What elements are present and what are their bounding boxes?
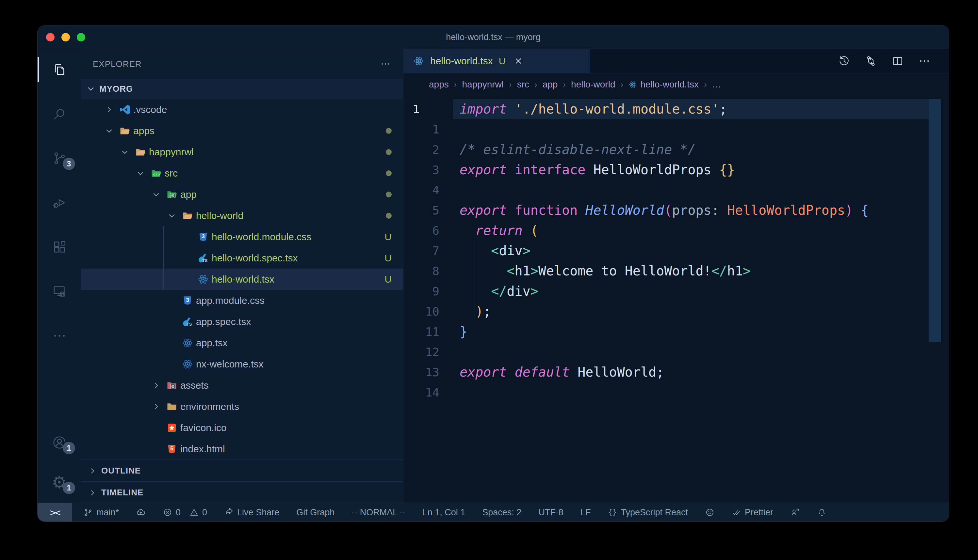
remote-indicator[interactable]: >< xyxy=(38,503,72,522)
status-indentation[interactable]: Spaces: 2 xyxy=(482,507,522,518)
status-git-branch[interactable]: main* xyxy=(83,507,119,518)
tree-item-app-tsx[interactable]: app.tsx xyxy=(81,332,403,353)
timeline-label: TIMELINE xyxy=(101,488,144,498)
status-label: main* xyxy=(96,507,119,518)
error-icon xyxy=(163,507,172,517)
editor-scrollbar[interactable] xyxy=(929,99,941,342)
vscode-file-icon xyxy=(119,104,133,115)
activity-more-views-button[interactable] xyxy=(38,320,81,352)
tab-hello-world-tsx[interactable]: hello-world.tsx U xyxy=(403,49,590,73)
tree-item-src[interactable]: </>src xyxy=(81,163,403,184)
activity-extensions-button[interactable] xyxy=(38,232,81,263)
code-line-1[interactable]: 1import './hello-world.module.css'; xyxy=(403,99,949,119)
breadcrumb-src[interactable]: src xyxy=(517,79,529,90)
tree-item-happynrwl[interactable]: happynrwl xyxy=(81,141,403,163)
tree-item-app-module-css[interactable]: 3app.module.css xyxy=(81,290,403,311)
tree-item-hello-world[interactable]: hello-world xyxy=(81,205,403,226)
explorer-more-actions-icon[interactable] xyxy=(380,58,391,70)
code-line-10[interactable]: 9 </div> xyxy=(403,281,949,301)
workspace-section-header[interactable]: MYORG xyxy=(81,78,403,99)
activity-accounts-button[interactable]: 1 xyxy=(38,427,81,458)
live-share-icon xyxy=(224,507,234,517)
tree-item-hello-world-tsx[interactable]: hello-world.tsxU xyxy=(81,268,403,290)
status-live-share[interactable]: Live Share xyxy=(224,507,279,518)
tree-item-label: apps xyxy=(133,125,154,137)
tree-item-nx-welcome-tsx[interactable]: nx-welcome.tsx xyxy=(81,353,403,375)
status-cursor-position[interactable]: Ln 1, Col 1 xyxy=(423,507,465,518)
status-language-mode[interactable]: TypeScript React xyxy=(608,507,688,518)
status-label: TypeScript React xyxy=(621,507,688,518)
code-line-8[interactable]: 7 <div> xyxy=(403,240,949,261)
split-editor-button[interactable] xyxy=(891,55,904,67)
code-line-15[interactable]: 14 xyxy=(403,382,949,402)
code-line-12[interactable]: 11} xyxy=(403,322,949,342)
more-icon xyxy=(918,55,931,67)
timeline-section-header[interactable]: TIMELINE xyxy=(81,482,403,503)
activity-search-button[interactable] xyxy=(38,98,81,130)
code-line-9[interactable]: 8 <h1>Welcome to HelloWorld!</h1> xyxy=(403,261,949,281)
tree-item-hello-world-spec-tsx[interactable]: TShello-world.spec.tsxU xyxy=(81,247,403,268)
activity-remote-explorer-button[interactable] xyxy=(38,276,81,307)
tree-item-favicon-ico[interactable]: favicon.ico xyxy=(81,417,403,438)
line-number: 8 xyxy=(403,264,453,278)
chevron-down-icon xyxy=(167,211,182,220)
git-modified-dot xyxy=(386,170,392,176)
tree-item-app[interactable]: ⚙app xyxy=(81,184,403,205)
breadcrumbs: apps›happynrwl›src›app›hello-world›hello… xyxy=(403,73,949,96)
tree-item-index-html[interactable]: 5index.html xyxy=(81,438,403,460)
code-line-3[interactable]: 2/* eslint-disable-next-line */ xyxy=(403,139,949,160)
code-line-2[interactable]: 1 xyxy=(403,119,949,139)
history-icon xyxy=(838,55,850,67)
timeline-history-button[interactable] xyxy=(838,55,850,67)
tree-item-app-spec-tsx[interactable]: TSapp.spec.tsx xyxy=(81,311,403,332)
breadcrumb-happynrwl[interactable]: happynrwl xyxy=(462,79,504,90)
activity-run-debug-button[interactable] xyxy=(38,187,81,218)
activity-explorer-button[interactable] xyxy=(38,54,81,85)
breadcrumb-separator: › xyxy=(563,80,566,90)
close-tab-icon[interactable] xyxy=(513,56,523,66)
status-label: 0 xyxy=(176,507,181,518)
git-modified-dot xyxy=(386,192,392,197)
outline-section-header[interactable]: OUTLINE xyxy=(81,460,403,482)
code-editor[interactable]: 1import './hello-world.module.css';12/* … xyxy=(403,96,949,503)
tree-item--vscode[interactable]: .vscode xyxy=(81,99,403,120)
tree-item-environments[interactable]: environments xyxy=(81,396,403,417)
tree-item-apps[interactable]: apps xyxy=(81,120,403,141)
breadcrumb-hello-world[interactable]: hello-world xyxy=(571,79,615,90)
code-line-4[interactable]: 3export interface HelloWorldProps {} xyxy=(403,160,949,180)
more-icon xyxy=(52,328,67,343)
activity-badge: 1 xyxy=(63,442,75,454)
status-problems[interactable]: 00 xyxy=(163,507,207,518)
folder-open-file-icon xyxy=(119,125,133,137)
code-line-6[interactable]: 5export function HelloWorld(props: Hello… xyxy=(403,200,949,220)
status-live-share-contact[interactable] xyxy=(790,507,800,517)
activity-settings-button[interactable]: ⚙1 xyxy=(38,467,81,498)
breadcrumb--[interactable]: … xyxy=(712,79,721,90)
status-prettier[interactable]: Prettier xyxy=(732,507,773,518)
status-publish-changes[interactable] xyxy=(136,507,146,517)
more-actions-button[interactable] xyxy=(918,55,931,67)
breadcrumb-hello-world-tsx[interactable]: hello-world.tsx xyxy=(629,79,699,90)
svg-text:3: 3 xyxy=(186,297,189,303)
breadcrumb-apps[interactable]: apps xyxy=(429,79,449,90)
tree-item-hello-world-module-css[interactable]: 3hello-world.module.cssU xyxy=(81,226,403,247)
code-line-11[interactable]: 10 ); xyxy=(403,301,949,322)
svg-text:</>: </> xyxy=(152,172,160,177)
code-line-13[interactable]: 12 xyxy=(403,342,949,362)
breadcrumb-app[interactable]: app xyxy=(543,79,558,90)
status-eol[interactable]: LF xyxy=(580,507,591,518)
code-line-14[interactable]: 13export default HelloWorld; xyxy=(403,362,949,382)
status-git-graph[interactable]: Git Graph xyxy=(296,507,334,518)
line-number: 5 xyxy=(403,203,453,217)
line-number: 10 xyxy=(403,305,453,318)
status-vim-mode[interactable]: -- NORMAL -- xyxy=(351,507,405,518)
tree-item-assets[interactable]: ⚙assets xyxy=(81,375,403,396)
open-changes-button[interactable] xyxy=(865,55,877,67)
code-line-7[interactable]: 6 return ( xyxy=(403,220,949,240)
code-line-5[interactable]: 4 xyxy=(403,180,949,200)
editor-group: hello-world.tsx U apps›happynrwl›src›app… xyxy=(403,49,949,503)
status-notifications[interactable] xyxy=(817,507,827,517)
status-github[interactable] xyxy=(705,507,715,517)
activity-source-control-button[interactable]: 3 xyxy=(38,143,81,174)
status-encoding[interactable]: UTF-8 xyxy=(538,507,563,518)
